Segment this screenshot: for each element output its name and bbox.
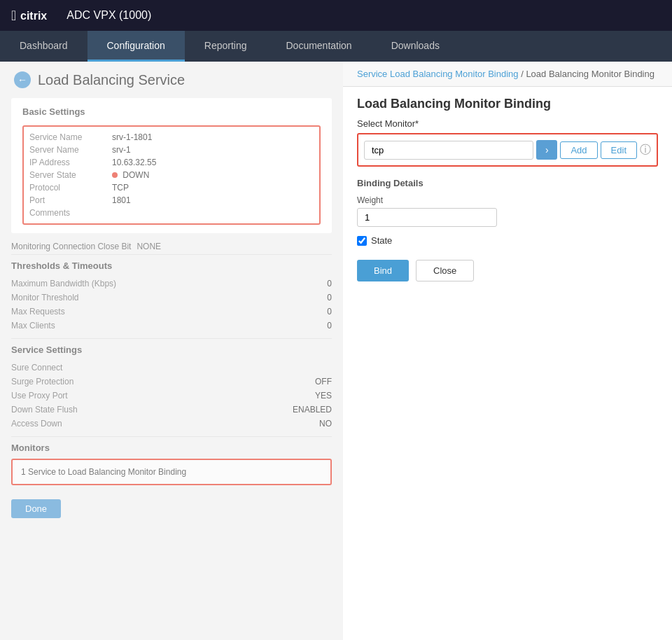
- main-layout: ← Load Balancing Service Basic Settings …: [0, 62, 672, 640]
- action-buttons: Bind Close: [343, 260, 672, 281]
- close-button[interactable]: Close: [416, 260, 474, 281]
- nav-downloads[interactable]: Downloads: [372, 31, 459, 62]
- breadcrumb: Service Load Balancing Monitor Binding /…: [343, 62, 672, 87]
- field-row: Monitor Threshold 0: [11, 291, 332, 305]
- page-header: ← Load Balancing Service: [0, 62, 343, 98]
- field-row: Max Clients 0: [11, 319, 332, 333]
- citrix-icon: : [11, 8, 16, 24]
- service-name-label: Service Name: [29, 132, 106, 142]
- surge-protection-value: OFF: [315, 377, 332, 387]
- field-row: Sure Connect: [11, 361, 332, 375]
- service-info-box: Service Name srv-1-1801 Server Name srv-…: [22, 125, 321, 225]
- nav-dashboard[interactable]: Dashboard: [0, 31, 88, 62]
- left-panel: ← Load Balancing Service Basic Settings …: [0, 62, 343, 640]
- bandwidth-value: 0: [327, 279, 332, 288]
- service-info-grid: Service Name srv-1-1801 Server Name srv-…: [29, 132, 314, 218]
- monitoring-row: Monitoring Connection Close Bit NONE: [0, 239, 343, 254]
- breadcrumb-current: Load Balancing Monitor Binding: [526, 69, 654, 79]
- monitoring-value: NONE: [136, 242, 161, 251]
- arrow-button[interactable]: ›: [536, 140, 557, 160]
- form-section: Select Monitor* › Add Edit ⓘ Binding Det…: [343, 118, 672, 246]
- field-row: Down State Flush ENABLED: [11, 403, 332, 417]
- access-down-label: Access Down: [11, 419, 62, 429]
- comments-value: [112, 208, 314, 218]
- app-title: ADC VPX (1000): [66, 9, 151, 22]
- thresholds-title: Thresholds & Timeouts: [11, 260, 332, 271]
- citrix-wordmark: citrix: [20, 8, 55, 23]
- edit-button[interactable]: Edit: [601, 141, 637, 159]
- protocol-label: Protocol: [29, 183, 106, 193]
- server-state-value: DOWN: [112, 170, 314, 180]
- monitoring-label: Monitoring Connection Close Bit: [11, 242, 131, 251]
- comments-label: Comments: [29, 208, 106, 218]
- thresholds-section: Thresholds & Timeouts Maximum Bandwidth …: [0, 255, 343, 338]
- select-monitor-box: › Add Edit ⓘ: [357, 133, 658, 167]
- monitor-input-row: › Add Edit ⓘ: [364, 140, 651, 160]
- done-button[interactable]: Done: [11, 499, 61, 518]
- down-state-flush-label: Down State Flush: [11, 405, 78, 415]
- monitor-threshold-label: Monitor Threshold: [11, 293, 79, 302]
- max-clients-value: 0: [327, 321, 332, 331]
- back-button[interactable]: ←: [14, 71, 31, 88]
- ip-address-value: 10.63.32.55: [112, 158, 314, 167]
- breadcrumb-link[interactable]: Service Load Balancing Monitor Binding: [357, 69, 519, 79]
- server-name-label: Server Name: [29, 145, 106, 155]
- service-settings-section: Service Settings Sure Connect Surge Prot…: [0, 339, 343, 436]
- nav-documentation[interactable]: Documentation: [266, 31, 371, 62]
- citrix-logo:  citrix: [11, 8, 55, 24]
- field-row: Access Down NO: [11, 417, 332, 431]
- field-row: Maximum Bandwidth (Kbps) 0: [11, 277, 332, 291]
- panel-title: Load Balancing Monitor Binding: [343, 87, 672, 118]
- port-value: 1801: [112, 195, 314, 205]
- field-row: Use Proxy Port YES: [11, 389, 332, 403]
- status-dot: [112, 172, 118, 178]
- state-checkbox[interactable]: [357, 236, 367, 246]
- top-bar:  citrix ADC VPX (1000): [0, 0, 672, 31]
- field-row: Surge Protection OFF: [11, 375, 332, 389]
- info-icon[interactable]: ⓘ: [640, 143, 651, 158]
- monitor-threshold-value: 0: [327, 293, 332, 302]
- select-monitor-label: Select Monitor*: [357, 118, 658, 129]
- monitors-title: Monitors: [11, 443, 332, 453]
- bandwidth-label: Maximum Bandwidth (Kbps): [11, 279, 116, 288]
- field-row: Max Requests 0: [11, 305, 332, 319]
- service-settings-title: Service Settings: [11, 345, 332, 355]
- add-button[interactable]: Add: [560, 141, 597, 159]
- binding-details-title: Binding Details: [357, 178, 658, 188]
- weight-label: Weight: [357, 195, 658, 205]
- monitor-binding-box[interactable]: 1 Service to Load Balancing Monitor Bind…: [11, 459, 332, 485]
- server-state-label: Server State: [29, 170, 106, 180]
- surge-protection-label: Surge Protection: [11, 377, 74, 387]
- nav-bar: Dashboard Configuration Reporting Docume…: [0, 31, 672, 62]
- use-proxy-port-label: Use Proxy Port: [11, 391, 68, 401]
- svg-text:citrix: citrix: [20, 10, 47, 22]
- right-panel: Service Load Balancing Monitor Binding /…: [343, 62, 672, 640]
- basic-settings-title: Basic Settings: [22, 106, 321, 117]
- nav-reporting[interactable]: Reporting: [185, 31, 267, 62]
- port-label: Port: [29, 195, 106, 205]
- weight-input[interactable]: [357, 208, 497, 227]
- monitors-section: Monitors 1 Service to Load Balancing Mon…: [0, 437, 343, 491]
- max-requests-value: 0: [327, 307, 332, 316]
- access-down-value: NO: [319, 419, 332, 429]
- max-requests-label: Max Requests: [11, 307, 65, 316]
- nav-configuration[interactable]: Configuration: [88, 31, 185, 62]
- use-proxy-port-value: YES: [315, 391, 332, 401]
- state-label: State: [371, 235, 392, 246]
- state-row: State: [357, 235, 658, 246]
- down-state-flush-value: ENABLED: [293, 405, 332, 415]
- sure-connect-label: Sure Connect: [11, 363, 62, 373]
- max-clients-label: Max Clients: [11, 321, 55, 331]
- bind-button[interactable]: Bind: [357, 260, 409, 281]
- protocol-value: TCP: [112, 183, 314, 193]
- service-name-value: srv-1-1801: [112, 132, 314, 142]
- page-title: Load Balancing Service: [38, 72, 185, 88]
- server-name-value: srv-1: [112, 145, 314, 155]
- monitor-input[interactable]: [364, 141, 533, 160]
- ip-address-label: IP Address: [29, 158, 106, 167]
